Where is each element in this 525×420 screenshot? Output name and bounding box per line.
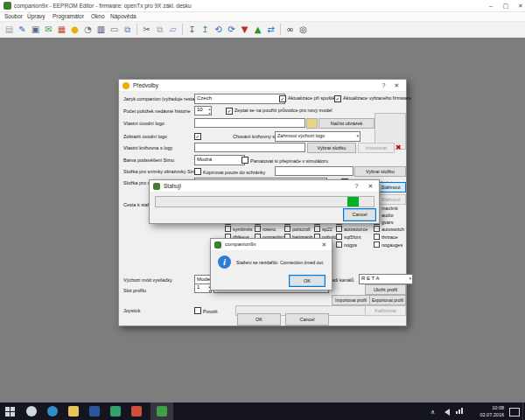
open-file-icon[interactable]: ✎ <box>17 24 28 35</box>
download-firmware-button-2[interactable]: Stáhnout <box>375 194 406 205</box>
fw-option-thrtrace[interactable]: thrtrace <box>374 234 398 240</box>
download-firmware-button[interactable]: Stáhnout <box>375 182 406 192</box>
clipboard-only-checkbox[interactable]: Kopírovat pouze do schránky <box>194 168 265 175</box>
fw-option-symlimits[interactable]: symlimits <box>225 226 253 232</box>
simulate-icon[interactable]: ▥ <box>95 24 107 35</box>
browser-icon[interactable] <box>47 406 58 416</box>
update-startup-checkbox[interactable]: Aktualizace při spuštění <box>279 95 339 102</box>
menu-okno[interactable]: Okno <box>91 13 105 19</box>
save-icon[interactable]: ▣ <box>30 24 41 35</box>
info-icon: i <box>218 256 231 269</box>
select-screenshot-folder-button[interactable]: Vybrat složku <box>354 166 406 177</box>
menu-napoveda[interactable]: Nápověda <box>110 13 136 19</box>
clock-time[interactable]: 10:08 <box>469 405 504 410</box>
fw-option-autoswitch[interactable]: autoswitch <box>374 226 404 232</box>
fuses-icon[interactable]: ◔ <box>82 24 94 35</box>
pinned-app-icon[interactable] <box>110 406 121 416</box>
find-icon[interactable]: ◎ <box>298 24 309 35</box>
tray-chevron-icon[interactable]: ∧ <box>430 409 435 416</box>
read-models-icon[interactable]: ▼ <box>239 24 250 35</box>
word-icon[interactable] <box>89 406 100 416</box>
history-spinner[interactable]: 10 <box>194 106 212 116</box>
update-firmware-checkbox[interactable]: Aktualizace vybraného firmware <box>334 95 411 102</box>
show-splash-checkbox[interactable] <box>194 133 203 140</box>
clock-date[interactable]: 02.07.2016 <box>469 412 504 417</box>
search-icon[interactable] <box>26 406 37 416</box>
paste-icon[interactable]: ▱ <box>167 24 178 35</box>
sync-icon[interactable]: ⇄ <box>265 24 276 35</box>
menu-upravy[interactable]: Úpravy <box>27 13 46 19</box>
ok-button[interactable]: OK <box>237 313 281 326</box>
library-behavior-select[interactable]: Zahrnout výchozí logo <box>275 131 360 142</box>
configure-icon[interactable]: ∞ <box>284 24 296 35</box>
splash-path-input[interactable] <box>194 118 305 128</box>
export-profile-button[interactable]: Exportovat profil <box>369 295 406 305</box>
joystick-enable-checkbox[interactable]: Povolit <box>194 307 218 314</box>
read-eeprom-icon[interactable]: ↥ <box>200 24 211 35</box>
new-file-icon[interactable]: ▤ <box>4 24 15 35</box>
download-dialog-icon <box>153 183 160 190</box>
profile-slot-label: Slot profilu <box>123 288 146 293</box>
file-explorer-icon[interactable] <box>68 406 79 416</box>
fw-option-sqt5font[interactable]: sqt5font <box>336 234 361 240</box>
calibrate-button[interactable]: Kalibrovat <box>365 305 406 316</box>
checkbox-label: Aktualizace při spuštění <box>288 95 339 101</box>
preferences-icon[interactable]: ● <box>69 24 80 35</box>
compare-icon[interactable]: ⧉ <box>122 24 133 35</box>
progress-segment <box>347 197 359 206</box>
import-profile-button[interactable]: Importovat profil <box>332 295 370 305</box>
fw-option-potscroll[interactable]: potscroll <box>284 226 310 232</box>
fw-option-rotenc[interactable]: rotenc <box>255 226 276 232</box>
close-icon[interactable]: ✕ <box>391 80 402 90</box>
toolbar-separator <box>136 24 137 35</box>
close-button[interactable]: ✕ <box>514 1 525 10</box>
print-icon[interactable]: ▭ <box>108 24 120 35</box>
msgbox-ok-button[interactable]: OK <box>289 275 326 287</box>
active-app-companion9x[interactable] <box>150 402 173 420</box>
channel-order-select[interactable]: R E T A <box>359 274 413 284</box>
menu-soubor[interactable]: Soubor <box>4 13 23 19</box>
start-button[interactable] <box>5 407 15 416</box>
backlight-select[interactable]: Modrá <box>194 155 245 165</box>
help-button[interactable]: ? <box>351 181 362 191</box>
read-tx-icon[interactable]: ⟲ <box>213 24 224 35</box>
write-models-icon[interactable]: ▲ <box>252 24 263 35</box>
write-eeprom-icon[interactable]: ↧ <box>186 24 198 35</box>
library-path-input[interactable] <box>194 143 305 152</box>
screenshot-path-input[interactable] <box>275 166 354 176</box>
close-icon[interactable]: ✕ <box>365 181 376 191</box>
invert-button[interactable]: Invertovat <box>358 143 395 153</box>
remember-switches-checkbox[interactable]: Pamatovat si přepínače v simulátoru <box>242 157 328 164</box>
logs-icon[interactable]: ▦ <box>56 24 67 35</box>
help-button[interactable]: ? <box>378 80 389 90</box>
profile-slot-spinner[interactable]: 1 <box>194 284 212 293</box>
volume-icon[interactable] <box>444 409 450 416</box>
fw-option-nogps[interactable]: nogps <box>336 242 357 248</box>
download-cancel-button[interactable]: Cancel <box>343 208 376 221</box>
fw-option-sp22[interactable]: sp22 <box>314 226 332 232</box>
pinned-app-icon[interactable] <box>131 406 142 416</box>
load-image-button[interactable]: Načíst obrázek <box>318 118 374 129</box>
save-profile-button[interactable]: Uložit profil <box>365 284 406 295</box>
close-icon[interactable]: ✕ <box>318 240 330 249</box>
cancel-button[interactable]: Cancel <box>285 313 329 326</box>
checkbox-label: Aktualizace vybraného firmware <box>343 95 411 101</box>
fw-option-autosource[interactable]: autosource <box>336 226 368 232</box>
action-center-icon[interactable] <box>509 408 520 416</box>
download-dialog: Stahuji ? ✕ Cancel <box>149 179 380 224</box>
write-tx-icon[interactable]: ⟳ <box>226 24 237 35</box>
menu-programator[interactable]: Programátor <box>52 13 84 19</box>
cut-icon[interactable]: ✂ <box>141 24 152 35</box>
send-icon[interactable]: ✉ <box>43 24 54 35</box>
maximize-button[interactable]: ▢ <box>499 1 513 10</box>
browse-image-button[interactable] <box>306 118 318 129</box>
download-dialog-title: Stahuji <box>164 183 181 189</box>
minimize-button[interactable]: – <box>484 1 498 10</box>
wizard-checkbox[interactable]: Zeptat se na použití průvodce pro nový m… <box>226 108 332 115</box>
language-select[interactable]: Czech <box>194 94 285 104</box>
select-library-folder-button[interactable]: Vybrat složku <box>307 143 356 153</box>
show-splash-label: Zobrazit úvodní logo <box>123 134 167 139</box>
show-desktop-button[interactable] <box>522 402 523 420</box>
fw-option-nogauges[interactable]: nogauges <box>374 242 402 248</box>
copy-icon[interactable]: ⧉ <box>154 24 165 35</box>
